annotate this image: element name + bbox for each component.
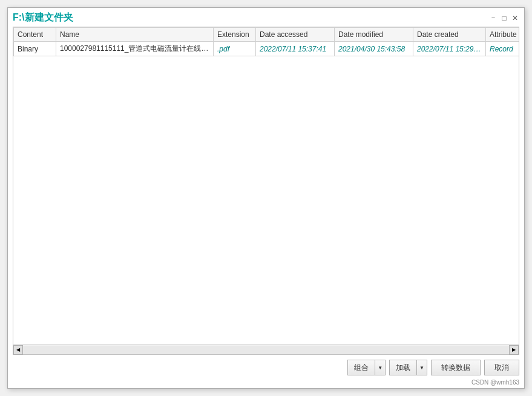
title-bar: F:\新建文件夹 － □ ✕ xyxy=(8,8,524,27)
col-header-name[interactable]: Name xyxy=(56,28,214,42)
combine-button-arrow[interactable]: ▼ xyxy=(375,360,385,375)
transform-button[interactable]: 转换数据 xyxy=(431,360,481,375)
load-button-arrow[interactable]: ▼ xyxy=(416,360,427,375)
col-header-content[interactable]: Content xyxy=(14,28,56,42)
cancel-button[interactable]: 取消 xyxy=(484,360,519,375)
col-header-attribute[interactable]: Attribute xyxy=(486,28,520,42)
horizontal-scrollbar[interactable]: ◀ ▶ xyxy=(13,345,519,355)
close-button[interactable]: ✕ xyxy=(511,14,519,22)
scroll-left-arrow[interactable]: ◀ xyxy=(13,345,23,355)
watermark: CSDN @wmh163 xyxy=(8,378,524,388)
cell-content: Binary xyxy=(14,42,56,56)
combine-button-label: 组合 xyxy=(348,363,375,373)
scroll-track[interactable] xyxy=(23,346,509,354)
content-area: Content Name Extension Date accessed Dat… xyxy=(8,27,524,355)
load-button-label: 加载 xyxy=(390,363,416,373)
col-header-extension[interactable]: Extension xyxy=(214,28,256,42)
maximize-button[interactable]: □ xyxy=(500,14,508,22)
file-table: Content Name Extension Date accessed Dat… xyxy=(13,27,519,56)
cell-modified: 2021/04/30 15:43:58 xyxy=(335,42,413,56)
col-header-created[interactable]: Date created xyxy=(413,28,486,42)
file-table-container[interactable]: Content Name Extension Date accessed Dat… xyxy=(13,27,519,345)
minimize-button[interactable]: － xyxy=(489,14,498,22)
cell-name: 1000027981115111_管道式电磁流量计在线校准要求... xyxy=(56,42,214,56)
table-header-row: Content Name Extension Date accessed Dat… xyxy=(14,28,520,42)
combine-button[interactable]: 组合 ▼ xyxy=(347,360,386,375)
cell-extension: .pdf xyxy=(214,42,256,56)
table-row[interactable]: Binary 1000027981115111_管道式电磁流量计在线校准要求..… xyxy=(14,42,520,56)
col-header-accessed[interactable]: Date accessed xyxy=(256,28,335,42)
window-title: F:\新建文件夹 xyxy=(13,12,73,24)
footer-bar: 组合 ▼ 加载 ▼ 转换数据 取消 xyxy=(8,355,524,378)
cell-accessed: 2022/07/11 15:37:41 xyxy=(256,42,335,56)
cell-attribute: Record xyxy=(486,42,520,56)
window-controls: － □ ✕ xyxy=(489,14,519,22)
main-window: F:\新建文件夹 － □ ✕ Content Name Extension Da… xyxy=(7,7,525,389)
load-button[interactable]: 加载 ▼ xyxy=(389,360,427,375)
scroll-right-arrow[interactable]: ▶ xyxy=(509,345,519,355)
col-header-modified[interactable]: Date modified xyxy=(335,28,413,42)
cell-created: 2022/07/11 15:29:24 xyxy=(413,42,486,56)
